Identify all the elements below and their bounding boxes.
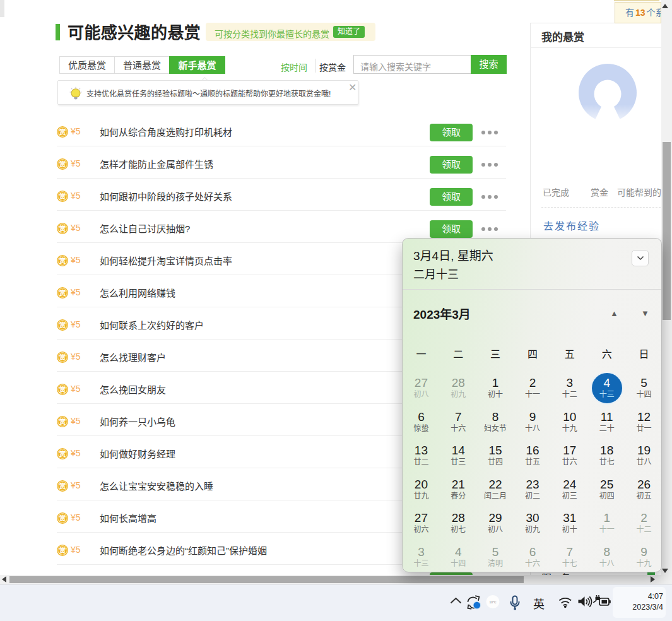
svg-text:赏: 赏: [59, 128, 66, 136]
svg-text:赏: 赏: [59, 418, 66, 425]
svg-text:赏: 赏: [59, 321, 66, 329]
svg-text:赏: 赏: [59, 386, 66, 393]
svg-text:赏: 赏: [59, 225, 66, 232]
svg-text:10°C: 10°C: [489, 600, 497, 604]
svg-text:赏: 赏: [59, 514, 66, 522]
svg-text:赏: 赏: [59, 257, 66, 264]
svg-text:赏: 赏: [59, 192, 66, 200]
svg-text:赏: 赏: [59, 482, 66, 490]
svg-text:赏: 赏: [59, 450, 66, 458]
svg-text:赏: 赏: [59, 289, 66, 297]
svg-text:赏: 赏: [59, 160, 66, 168]
svg-text:赏: 赏: [59, 353, 66, 361]
svg-text:赏: 赏: [59, 547, 66, 554]
